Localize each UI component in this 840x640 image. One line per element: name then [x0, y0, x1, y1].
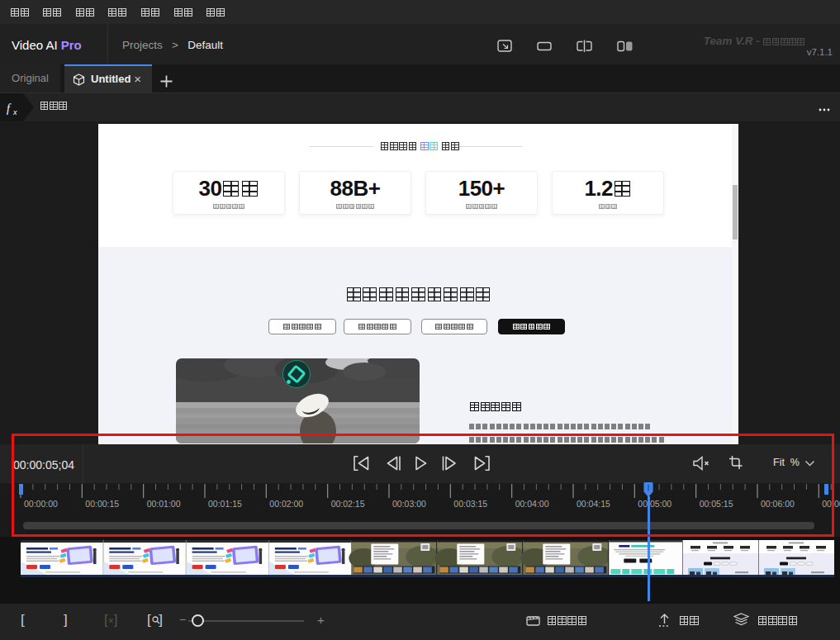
svg-text:x: x	[12, 108, 17, 116]
